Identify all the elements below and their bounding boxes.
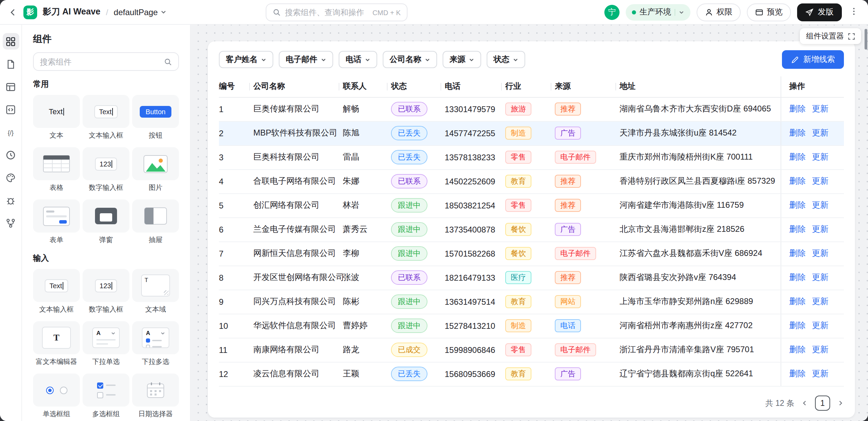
publish-button[interactable]: 发版 xyxy=(797,3,842,21)
permission-button[interactable]: 权限 xyxy=(697,3,741,21)
rail-item-variables[interactable]: {/} xyxy=(2,124,19,140)
table-row[interactable]: 11 南康网络有限公司 路龙 已成交 15998906846 零售 电子邮件 浙… xyxy=(219,338,844,362)
rail-item-flows[interactable] xyxy=(2,215,19,231)
component-card-select-single[interactable]: A 下拉单选 xyxy=(83,321,129,367)
component-search-input[interactable] xyxy=(40,57,160,66)
delete-link[interactable]: 删除 xyxy=(789,199,806,211)
filter-chip-3[interactable]: 公司名称 xyxy=(383,51,437,68)
table-row[interactable]: 8 开发区世创网络有限公司 张波 已联系 18216479133 医疗 推荐 陕… xyxy=(219,266,844,290)
component-card-drawer[interactable]: 抽屉 xyxy=(132,199,179,245)
avatar[interactable]: 宁 xyxy=(604,4,620,20)
filter-chips: 客户姓名 电子邮件 电话 公司名称 来源 状态 xyxy=(219,51,525,68)
update-link[interactable]: 更新 xyxy=(812,103,828,115)
column-header-1: 公司名称 xyxy=(253,76,343,97)
component-card-radio-group[interactable]: 单选框组 xyxy=(33,374,80,419)
rail-item-layout[interactable] xyxy=(2,78,19,95)
update-link[interactable]: 更新 xyxy=(812,344,828,356)
component-card-button[interactable]: Button 按钮 xyxy=(132,95,179,140)
update-link[interactable]: 更新 xyxy=(812,248,828,259)
next-page-button[interactable] xyxy=(837,400,844,407)
more-menu-button[interactable] xyxy=(848,6,860,18)
filter-chip-4[interactable]: 来源 xyxy=(443,51,481,68)
table-row[interactable]: 10 华远软件信息有限公司 曹婷婷 跟进中 15278413210 制造 电话 … xyxy=(219,314,844,338)
component-card-label: 表格 xyxy=(33,183,80,193)
filter-chip-5[interactable]: 状态 xyxy=(487,51,525,68)
back-button[interactable] xyxy=(8,7,18,17)
add-lead-button[interactable]: 新增线索 xyxy=(782,50,844,69)
table-row[interactable]: 4 合联电子网络有限公司 朱娜 已联系 14502252609 教育 推荐 香港… xyxy=(219,169,844,193)
global-search-input[interactable] xyxy=(285,8,368,17)
component-card-text-input-2[interactable]: Text 文本输入框 xyxy=(33,269,80,314)
text-component-preview: Text xyxy=(33,95,80,128)
preview-button[interactable]: 预览 xyxy=(747,3,791,21)
update-link[interactable]: 更新 xyxy=(812,175,828,187)
canvas[interactable]: 客户姓名 电子邮件 电话 公司名称 来源 状态 新增线索 xyxy=(191,25,868,421)
status-badge: 跟进中 xyxy=(391,247,427,260)
component-card-image[interactable]: 图片 xyxy=(132,147,179,193)
column-header-6: 来源 xyxy=(555,76,620,97)
table-row[interactable]: 2 MBP软件科技有限公司 陈旭 已丢失 14577472255 制造 广告 天… xyxy=(219,121,844,145)
update-link[interactable]: 更新 xyxy=(812,320,828,332)
table-row[interactable]: 9 同兴万点科技有限公司 陈彬 跟进中 13631497514 教育 网站 上海… xyxy=(219,290,844,314)
component-card-textarea[interactable]: T 文本域 xyxy=(132,269,179,314)
update-link[interactable]: 更新 xyxy=(812,151,828,163)
cell-contact: 曹婷婷 xyxy=(343,314,391,338)
chevron-left-icon xyxy=(801,400,808,407)
rail-item-components[interactable] xyxy=(2,33,19,50)
delete-link[interactable]: 删除 xyxy=(789,127,806,139)
component-card-number-input[interactable]: 123 数字输入框 xyxy=(83,147,129,193)
component-card-text-input[interactable]: Text 文本输入框 xyxy=(83,95,129,140)
rail-item-history[interactable] xyxy=(2,147,19,163)
delete-link[interactable]: 删除 xyxy=(789,368,806,380)
global-search[interactable]: CMD + K xyxy=(266,3,407,21)
rail-item-code[interactable] xyxy=(2,101,19,118)
component-card-text[interactable]: Text 文本 xyxy=(33,95,80,140)
environment-selector[interactable]: 生产环境 xyxy=(626,4,690,20)
update-link[interactable]: 更新 xyxy=(812,199,828,211)
component-search[interactable] xyxy=(33,52,179,71)
update-link[interactable]: 更新 xyxy=(812,296,828,307)
delete-link[interactable]: 删除 xyxy=(789,103,806,115)
rail-item-pages[interactable] xyxy=(2,56,19,72)
previous-page-button[interactable] xyxy=(801,400,808,407)
table-row[interactable]: 6 兰金电子传媒有限公司 萧秀云 跟进中 13735400878 餐饮 广告 北… xyxy=(219,217,844,241)
delete-link[interactable]: 删除 xyxy=(789,224,806,235)
component-settings-chip[interactable]: 组件设置器 xyxy=(800,28,861,44)
table-row[interactable]: 12 凌云信息有限公司 王颖 已丢失 15680953669 教育 广告 辽宁省… xyxy=(219,362,844,386)
scrollbar-thumb[interactable] xyxy=(865,29,867,50)
update-link[interactable]: 更新 xyxy=(812,272,828,283)
filter-chip-1[interactable]: 电子邮件 xyxy=(279,51,333,68)
rail-item-debug[interactable] xyxy=(2,192,19,208)
delete-link[interactable]: 删除 xyxy=(789,272,806,283)
update-link[interactable]: 更新 xyxy=(812,368,828,380)
component-card-form[interactable]: 表单 xyxy=(33,199,80,245)
filter-chip-2[interactable]: 电话 xyxy=(339,51,377,68)
table-row[interactable]: 3 巨奥科技有限公司 雷晶 已丢失 13578138233 零售 电子邮件 重庆… xyxy=(219,145,844,169)
component-card-table[interactable]: 表格 xyxy=(33,147,80,193)
row-actions: 删除 更新 xyxy=(789,296,838,307)
current-page[interactable]: 1 xyxy=(815,396,830,411)
table-row[interactable]: 1 巨奥传媒有限公司 解畅 已联系 13301479579 旅游 推荐 湖南省乌… xyxy=(219,97,844,121)
update-link[interactable]: 更新 xyxy=(812,127,828,139)
update-link[interactable]: 更新 xyxy=(812,224,828,235)
delete-link[interactable]: 删除 xyxy=(789,151,806,163)
component-card-date-picker[interactable]: 日期选择器 xyxy=(132,374,179,419)
table-row[interactable]: 7 网新恒天信息有限公司 李柳 跟进中 15701582268 餐饮 电子邮件 … xyxy=(219,241,844,266)
page-selector[interactable]: defaultPage xyxy=(114,7,167,17)
delete-link[interactable]: 删除 xyxy=(789,248,806,259)
component-card-number-input-2[interactable]: 123 数字输入框 xyxy=(83,269,129,314)
drawer-icon xyxy=(144,207,167,225)
table-row[interactable]: 5 创汇网络有限公司 林岩 跟进中 18503821254 零售 推荐 河南省建… xyxy=(219,193,844,217)
cell-id: 12 xyxy=(219,362,253,386)
delete-link[interactable]: 删除 xyxy=(789,320,806,332)
rail-item-theme[interactable] xyxy=(2,169,19,186)
delete-link[interactable]: 删除 xyxy=(789,344,806,356)
component-card-checkbox-group[interactable]: 多选框组 xyxy=(83,374,129,419)
filter-chip-0[interactable]: 客户姓名 xyxy=(219,51,273,68)
component-card-select-multi[interactable]: A 下拉多选 xyxy=(132,321,179,367)
delete-link[interactable]: 删除 xyxy=(789,175,806,187)
component-card-modal[interactable]: 弹窗 xyxy=(83,199,129,245)
component-card-rich-text-editor[interactable]: T 富文本编辑器 xyxy=(33,321,80,367)
delete-link[interactable]: 删除 xyxy=(789,296,806,307)
cell-company: MBP软件科技有限公司 xyxy=(253,121,343,145)
